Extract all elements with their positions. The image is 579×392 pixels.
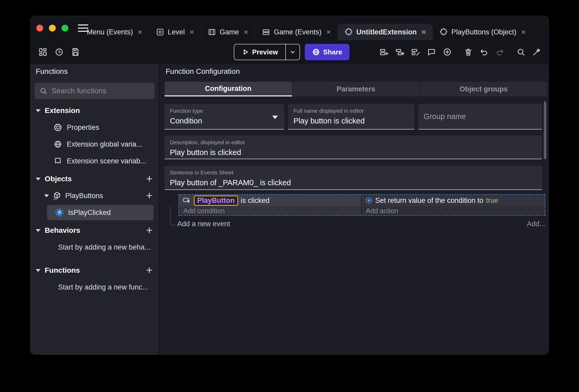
app-window: Menu (Events) × Level × Game × Game (Eve… xyxy=(30,16,549,355)
full-name-field[interactable]: Full name displayed in editor xyxy=(288,104,414,130)
sidebar-tree: Extension Properties Extension global va… xyxy=(31,102,159,296)
caret-down-icon[interactable] xyxy=(36,178,40,180)
sidebar-item-extension-global-variables[interactable]: Extension global varia... xyxy=(31,136,159,153)
function-type-value: Condition xyxy=(170,117,279,125)
tab-playbuttons-object[interactable]: PlayButtons (Object) × xyxy=(433,24,533,40)
window-controls xyxy=(36,16,88,40)
group-name-input[interactable] xyxy=(424,112,537,121)
search-functions-box[interactable] xyxy=(35,83,155,99)
chevron-down-icon xyxy=(289,49,296,55)
event-action[interactable]: Set return value of the condition to tru… xyxy=(362,195,545,206)
add-comment-icon[interactable] xyxy=(411,48,420,56)
share-button[interactable]: Share xyxy=(305,44,349,60)
item-label: Properties xyxy=(67,123,99,132)
preview-button[interactable]: Preview xyxy=(234,44,300,60)
flag-icon xyxy=(54,157,62,165)
desktop-backdrop: Menu (Events) × Level × Game × Game (Eve… xyxy=(0,0,579,392)
sidebar-item-extension-scene-variables[interactable]: Extension scene variab... xyxy=(31,153,159,169)
globe-icon xyxy=(54,140,62,148)
field-label: Sentence in Events Sheet xyxy=(170,169,537,176)
section-functions[interactable]: Functions + xyxy=(31,262,159,279)
item-label: Extension global varia... xyxy=(67,140,142,148)
function-type-select[interactable]: Function type Condition xyxy=(165,104,284,130)
close-icon[interactable]: × xyxy=(244,28,248,36)
tab-label: Game (Events) xyxy=(274,28,322,36)
play-icon xyxy=(242,48,249,56)
add-function-button[interactable]: + xyxy=(146,265,153,275)
add-more-button[interactable]: Add... xyxy=(527,220,545,228)
tab-menu-events[interactable]: Menu (Events) × xyxy=(80,24,149,40)
search-functions-input[interactable] xyxy=(52,87,150,95)
item-label: IsPlayClicked xyxy=(68,209,111,217)
search-icon[interactable] xyxy=(516,48,525,56)
tab-game[interactable]: Game × xyxy=(201,24,255,40)
function-configuration-panel: Function Configuration Configuration Par… xyxy=(159,64,548,355)
events-sheet-icon xyxy=(262,28,270,36)
tab-untitled-extension[interactable]: UntitledExtension × xyxy=(338,24,433,40)
tab-label: PlayButtons (Object) xyxy=(451,28,516,36)
scrollbar-thumb[interactable] xyxy=(544,101,546,159)
add-circle-icon[interactable] xyxy=(443,48,452,56)
close-icon[interactable]: × xyxy=(421,28,426,36)
condition-function-icon: ? xyxy=(55,208,64,217)
add-subevent-icon[interactable] xyxy=(395,48,404,56)
caret-down-icon[interactable] xyxy=(36,229,40,232)
minimize-window-button[interactable] xyxy=(49,25,56,32)
full-name-input[interactable] xyxy=(293,117,409,125)
group-name-field[interactable] xyxy=(418,104,542,130)
add-action-button[interactable]: Add action xyxy=(362,206,545,215)
trash-icon[interactable] xyxy=(464,48,473,56)
section-objects[interactable]: Objects + xyxy=(31,171,159,187)
caret-down-icon[interactable] xyxy=(36,109,40,112)
sentence-input[interactable] xyxy=(170,178,537,187)
dropdown-caret-icon xyxy=(272,116,278,119)
maximize-window-button[interactable] xyxy=(62,25,68,32)
tab-game-events[interactable]: Game (Events) × xyxy=(255,24,338,40)
tab-level[interactable]: Level × xyxy=(149,24,201,40)
add-event-icon[interactable] xyxy=(380,48,389,56)
tab-parameters[interactable]: Parameters xyxy=(292,82,420,96)
add-object-button[interactable]: + xyxy=(146,174,153,184)
undo-icon[interactable] xyxy=(480,48,489,56)
close-window-button[interactable] xyxy=(36,25,43,32)
sentence-field[interactable]: Sentence in Events Sheet xyxy=(165,166,542,190)
tab-object-groups[interactable]: Object groups xyxy=(420,82,547,96)
speech-bubble-icon[interactable] xyxy=(427,48,436,56)
add-behavior-button[interactable]: + xyxy=(146,225,153,235)
description-field[interactable]: Description, displayed in editor xyxy=(165,136,542,159)
section-label: Extension xyxy=(45,106,80,115)
gear-icon xyxy=(54,123,62,132)
tab-configuration[interactable]: Configuration xyxy=(165,82,292,96)
caret-down-icon[interactable] xyxy=(36,269,40,272)
preview-options-button[interactable] xyxy=(285,44,299,60)
close-icon[interactable]: × xyxy=(521,28,526,36)
globe-icon xyxy=(312,48,320,56)
condition-object-chip[interactable]: PlayButton xyxy=(194,195,238,206)
sidebar-item-isplayclicked[interactable]: ? IsPlayClicked xyxy=(47,205,154,220)
history-icon[interactable] xyxy=(55,48,64,56)
section-behaviors[interactable]: Behaviors + xyxy=(31,222,159,239)
event-condition[interactable]: PlayButton is clicked xyxy=(179,195,361,206)
actions-column: Set return value of the condition to tru… xyxy=(361,195,545,215)
tab-label: UntitledExtension xyxy=(356,28,417,36)
close-icon[interactable]: × xyxy=(326,28,331,36)
add-condition-button[interactable]: Add condition xyxy=(179,206,361,215)
description-input[interactable] xyxy=(170,148,537,157)
event-row[interactable]: PlayButton is clicked Add condition Set … xyxy=(179,194,545,216)
project-manager-icon[interactable] xyxy=(38,48,47,56)
menu-icon[interactable] xyxy=(78,24,88,32)
caret-down-icon[interactable] xyxy=(44,194,49,197)
close-icon[interactable]: × xyxy=(138,28,143,36)
sidebar-item-properties[interactable]: Properties xyxy=(31,119,159,136)
sidebar-item-playbuttons[interactable]: 2D PlayButtons + xyxy=(31,187,159,204)
button-click-icon xyxy=(183,197,191,204)
gear-icon xyxy=(365,197,373,204)
redo-icon[interactable] xyxy=(495,48,504,56)
close-icon[interactable]: × xyxy=(190,28,194,36)
save-icon[interactable] xyxy=(71,48,80,56)
add-new-event-button[interactable]: Add a new event xyxy=(177,220,230,228)
section-extension[interactable]: Extension xyxy=(31,102,159,119)
add-function-to-object-button[interactable]: + xyxy=(146,191,153,201)
magic-wand-icon[interactable] xyxy=(532,48,541,56)
section-label: Functions xyxy=(45,266,80,275)
